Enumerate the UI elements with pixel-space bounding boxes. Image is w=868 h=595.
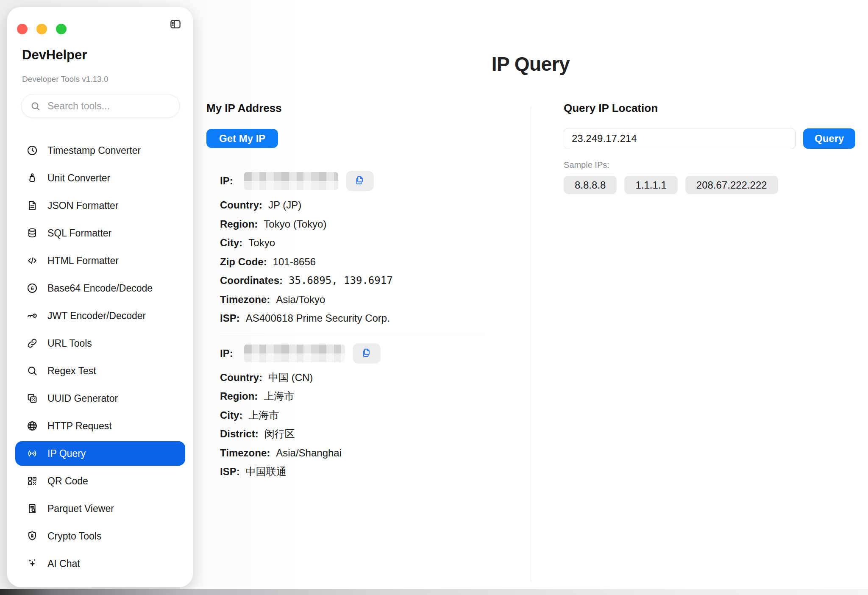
ip-field-row: Coordinates:35.6895, 139.6917 bbox=[220, 271, 491, 290]
desktop-edge bbox=[0, 589, 868, 595]
sidebar-toggle-icon[interactable] bbox=[165, 16, 186, 33]
close-window-button[interactable] bbox=[17, 24, 28, 34]
sidebar-item-parquet-viewer[interactable]: Parquet Viewer bbox=[15, 499, 185, 518]
sample-ip-chip[interactable]: 8.8.8.8 bbox=[564, 176, 617, 194]
sidebar-item-label: JSON Formatter bbox=[47, 200, 118, 211]
field-value: AS400618 Prime Security Corp. bbox=[246, 312, 390, 324]
sidebar-item-base64-encode-decode[interactable]: 6Base64 Encode/Decode bbox=[15, 278, 185, 298]
query-ip-heading: Query IP Location bbox=[564, 102, 856, 115]
qr-icon bbox=[26, 475, 38, 487]
key-icon bbox=[26, 310, 38, 322]
document-icon bbox=[26, 200, 38, 211]
sidebar-item-label: SQL Formatter bbox=[47, 228, 111, 239]
ip-field-row: District:闵行区 bbox=[220, 425, 491, 444]
ip-result-block: IP:Country:中国 (CN)Region:上海市City:上海市Dist… bbox=[220, 343, 491, 481]
sidebar-item-label: Timestamp Converter bbox=[47, 145, 141, 156]
redacted-ip-value bbox=[244, 172, 338, 190]
magnifier-icon bbox=[26, 365, 38, 377]
globe-icon bbox=[26, 420, 38, 432]
panel-divider bbox=[531, 107, 531, 581]
sidebar-item-json-formatter[interactable]: JSON Formatter bbox=[15, 196, 185, 215]
search-input[interactable] bbox=[47, 100, 174, 112]
doc-search-icon bbox=[26, 503, 38, 514]
search-icon bbox=[30, 101, 41, 111]
sidebar-item-ip-query[interactable]: IP Query bbox=[15, 441, 185, 466]
sidebar-item-timestamp-converter[interactable]: Timestamp Converter bbox=[15, 141, 185, 160]
sidebar-item-qr-code[interactable]: QR Code bbox=[15, 471, 185, 491]
code-icon bbox=[26, 255, 38, 267]
sidebar-item-label: URL Tools bbox=[47, 338, 92, 349]
sidebar-item-label: HTML Formatter bbox=[47, 255, 119, 267]
ip-query-input[interactable] bbox=[564, 128, 796, 149]
sidebar-item-label: Regex Test bbox=[47, 365, 96, 377]
ip-label: IP: bbox=[220, 175, 233, 187]
field-value: Tokyo (Tokyo) bbox=[264, 218, 326, 230]
sidebar-item-label: Parquet Viewer bbox=[47, 503, 114, 514]
sidebar-item-label: IP Query bbox=[47, 448, 86, 459]
sidebar-item-regex-test[interactable]: Regex Test bbox=[15, 361, 185, 381]
field-value: Asia/Shanghai bbox=[276, 447, 342, 459]
ip-row: IP: bbox=[220, 343, 491, 364]
sidebar-tool-list: Timestamp ConverterUnit ConverterJSON Fo… bbox=[15, 141, 185, 573]
circled-six-icon: 6 bbox=[26, 282, 38, 294]
field-value: 闵行区 bbox=[264, 427, 295, 441]
sample-ip-chip[interactable]: 1.1.1.1 bbox=[624, 176, 677, 194]
field-label: Zip Code: bbox=[220, 256, 267, 268]
ip-field-row: City:上海市 bbox=[220, 406, 491, 425]
sidebar-item-uuid-generator[interactable]: UUID Generator bbox=[15, 389, 185, 408]
sidebar-item-unit-converter[interactable]: Unit Converter bbox=[15, 168, 185, 188]
sidebar-item-label: HTTP Request bbox=[47, 420, 112, 432]
query-ip-panel: Query IP Location Query Sample IPs: 8.8.… bbox=[564, 102, 856, 194]
field-label: Region: bbox=[220, 218, 258, 230]
ip-field-row: City:Tokyo bbox=[220, 234, 491, 253]
ip-field-row: Zip Code:101-8656 bbox=[220, 253, 491, 272]
field-value: 中国 (CN) bbox=[268, 371, 313, 384]
sidebar-item-ai-chat[interactable]: AI Chat bbox=[15, 554, 185, 573]
sidebar-item-label: JWT Encoder/Decoder bbox=[47, 310, 146, 322]
ip-field-row: Country:JP (JP) bbox=[220, 196, 491, 215]
ip-row: IP: bbox=[220, 170, 491, 192]
my-ip-panel: My IP Address Get My IP IP:Country:JP (J… bbox=[206, 102, 503, 481]
field-label: Country: bbox=[220, 199, 262, 211]
ip-field-row: ISP:中国联通 bbox=[220, 462, 491, 481]
sidebar: DevHelper Developer Tools v1.13.0 Timest… bbox=[7, 7, 193, 587]
broadcast-icon bbox=[26, 448, 38, 459]
clock-icon bbox=[26, 145, 38, 156]
ip-results: IP:Country:JP (JP)Region:Tokyo (Tokyo)Ci… bbox=[220, 170, 491, 481]
ip-field-row: ISP:AS400618 Prime Security Corp. bbox=[220, 309, 491, 328]
zoom-window-button[interactable] bbox=[56, 24, 67, 34]
ip-field-row: Timezone:Asia/Tokyo bbox=[220, 290, 491, 309]
page-title: IP Query bbox=[193, 53, 868, 75]
copy-icon bbox=[361, 347, 372, 360]
field-label: City: bbox=[220, 409, 242, 421]
copy-ip-button[interactable] bbox=[346, 171, 374, 191]
dice-icon bbox=[26, 392, 38, 404]
query-button[interactable]: Query bbox=[803, 128, 855, 149]
sidebar-item-label: QR Code bbox=[47, 475, 88, 487]
sidebar-item-label: UUID Generator bbox=[47, 393, 118, 404]
app-subtitle: Developer Tools v1.13.0 bbox=[22, 75, 108, 84]
sidebar-item-crypto-tools[interactable]: Crypto Tools bbox=[15, 526, 185, 546]
sidebar-item-jwt-encoder-decoder[interactable]: JWT Encoder/Decoder bbox=[15, 306, 185, 325]
get-my-ip-button[interactable]: Get My IP bbox=[206, 129, 278, 148]
minimize-window-button[interactable] bbox=[36, 24, 47, 34]
sample-ip-chips: 8.8.8.81.1.1.1208.67.222.222 bbox=[564, 176, 856, 194]
field-value: 上海市 bbox=[264, 389, 294, 403]
field-value: JP (JP) bbox=[268, 199, 301, 211]
sidebar-item-sql-formatter[interactable]: SQL Formatter bbox=[15, 223, 185, 243]
ip-field-row: Country:中国 (CN) bbox=[220, 368, 491, 387]
copy-ip-button[interactable] bbox=[353, 343, 381, 364]
svg-text:6: 6 bbox=[31, 285, 33, 292]
ip-result-block: IP:Country:JP (JP)Region:Tokyo (Tokyo)Ci… bbox=[220, 170, 491, 328]
field-label: ISP: bbox=[220, 312, 240, 324]
sample-ip-chip[interactable]: 208.67.222.222 bbox=[685, 176, 778, 194]
ip-field-row: Timezone:Asia/Shanghai bbox=[220, 444, 491, 463]
field-label: Timezone: bbox=[220, 294, 270, 306]
field-value: 上海市 bbox=[248, 409, 279, 422]
field-value: Tokyo bbox=[248, 237, 275, 249]
field-label: District: bbox=[220, 428, 259, 440]
sidebar-item-http-request[interactable]: HTTP Request bbox=[15, 416, 185, 436]
field-value: 35.6895, 139.6917 bbox=[289, 275, 393, 286]
sidebar-item-html-formatter[interactable]: HTML Formatter bbox=[15, 251, 185, 270]
sidebar-item-url-tools[interactable]: URL Tools bbox=[15, 334, 185, 353]
